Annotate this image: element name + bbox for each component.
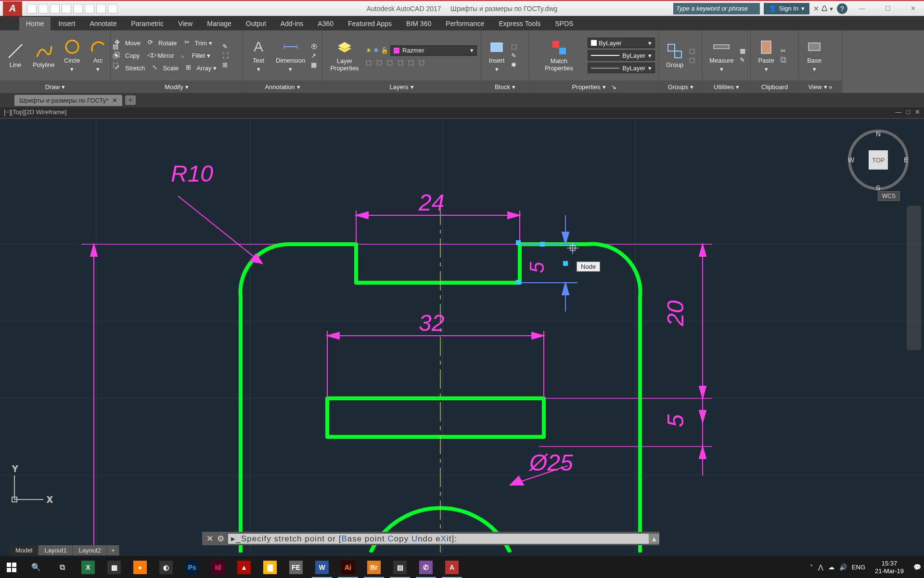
ann-icon[interactable]: ⦿ bbox=[311, 43, 317, 50]
scale-button[interactable]: Scale bbox=[163, 65, 179, 72]
arc-button[interactable]: Arc▾ bbox=[87, 37, 110, 74]
tray-volume-icon[interactable]: 🔊 bbox=[839, 564, 847, 571]
array-button[interactable]: Array bbox=[196, 65, 211, 72]
taskbar-app[interactable]: Id bbox=[205, 556, 231, 578]
move-button[interactable]: Move bbox=[125, 39, 141, 47]
polyline-button[interactable]: Polyline bbox=[30, 41, 58, 69]
lineweight-dropdown[interactable]: ByLayer▾ bbox=[588, 50, 655, 61]
sign-in-button[interactable]: 👤 Sign In ▾ bbox=[764, 3, 809, 14]
taskbar-app[interactable]: A bbox=[439, 556, 465, 578]
layer-tool-icon[interactable]: ⬚ bbox=[398, 59, 403, 66]
tab-parametric[interactable]: Parametric bbox=[124, 17, 170, 30]
layer-tool-icon[interactable]: ⬚ bbox=[419, 59, 424, 66]
layout-tab-1[interactable]: Layout1 bbox=[38, 545, 73, 555]
layer-properties-button[interactable]: Layer Properties bbox=[326, 38, 363, 73]
mod-icon[interactable]: ✎ bbox=[222, 43, 229, 50]
tab-bim360[interactable]: BIM 360 bbox=[399, 17, 438, 30]
layer-tool-icon[interactable]: ⬚ bbox=[408, 59, 414, 66]
measure-button[interactable]: Measure▾ bbox=[706, 37, 737, 74]
copy-button[interactable]: Copy bbox=[125, 52, 140, 59]
tab-output[interactable]: Output bbox=[239, 17, 273, 30]
taskbar-app[interactable]: ● bbox=[127, 556, 153, 578]
insert-button[interactable]: Insert▾ bbox=[485, 37, 508, 74]
document-tab[interactable]: Шрифты и размеры по ГОСТу*✕ bbox=[14, 95, 122, 106]
mod-icon[interactable]: ⛶ bbox=[222, 52, 229, 59]
fillet-button[interactable]: Fillet bbox=[192, 52, 205, 59]
taskbar-app[interactable]: Br bbox=[361, 556, 387, 578]
tab-view[interactable]: View bbox=[171, 17, 199, 30]
vp-close-icon[interactable]: ✕ bbox=[915, 108, 920, 117]
layer-dropdown[interactable]: Razmer▾ bbox=[390, 45, 477, 56]
qat-btn[interactable] bbox=[27, 4, 37, 13]
tab-featured[interactable]: Featured Apps bbox=[341, 17, 398, 30]
copy-icon[interactable]: ⿻ bbox=[781, 56, 787, 64]
base-button[interactable]: Base▾ bbox=[803, 37, 826, 74]
tab-express[interactable]: Express Tools bbox=[492, 17, 547, 30]
taskbar-app[interactable]: X bbox=[75, 556, 101, 578]
nav-bar[interactable] bbox=[907, 206, 921, 350]
tab-home[interactable]: Home bbox=[19, 17, 51, 30]
help-icon[interactable]: ? bbox=[837, 3, 847, 14]
layer-tool-icon[interactable]: ⬚ bbox=[387, 59, 393, 66]
qat-btn[interactable] bbox=[38, 4, 48, 13]
taskbar-app[interactable]: W bbox=[309, 556, 335, 578]
grp-icon[interactable]: ⬚ bbox=[689, 56, 695, 64]
cut-icon[interactable]: ✂ bbox=[781, 47, 787, 54]
stretch-button[interactable]: Stretch bbox=[125, 65, 145, 72]
layer-tool-icon[interactable]: ⬚ bbox=[366, 59, 372, 66]
command-line[interactable]: ✕⚙ ▸⎯Specify stretch point or [Base poin… bbox=[202, 532, 659, 545]
tray-cloud-icon[interactable]: ☁ bbox=[828, 564, 834, 571]
block-icon[interactable]: ✱ bbox=[511, 61, 517, 68]
tab-a360[interactable]: A360 bbox=[311, 17, 340, 30]
taskbar-app[interactable]: ◐ bbox=[153, 556, 179, 578]
cmd-close-icon[interactable]: ✕ bbox=[205, 534, 215, 544]
notifications-icon[interactable]: 💬 bbox=[913, 564, 921, 571]
viewcube[interactable]: N S W E TOP bbox=[847, 129, 910, 191]
app-logo[interactable]: A bbox=[3, 1, 22, 16]
layout-tab-model[interactable]: Model bbox=[10, 545, 38, 555]
layer-tool-icon[interactable]: ⬚ bbox=[376, 59, 382, 66]
vp-min-icon[interactable]: — bbox=[895, 108, 901, 117]
linetype-dropdown[interactable]: ByLayer▾ bbox=[588, 63, 655, 73]
taskbar-app[interactable]: ▦ bbox=[101, 556, 127, 578]
qat-btn[interactable] bbox=[50, 4, 60, 13]
taskview-button[interactable]: ⧉ bbox=[49, 556, 75, 578]
close-button[interactable]: ✕ bbox=[902, 2, 924, 14]
leader-icon[interactable]: ↗ bbox=[311, 52, 317, 59]
block-icon[interactable]: ✎ bbox=[511, 52, 517, 59]
drawing-canvas[interactable]: 24 32 R10 20 5 bbox=[0, 119, 924, 556]
taskbar-app[interactable]: FE bbox=[283, 556, 309, 578]
minimize-button[interactable]: — bbox=[851, 2, 873, 14]
trim-button[interactable]: Trim bbox=[195, 39, 207, 47]
match-properties-button[interactable]: Match Properties bbox=[533, 38, 585, 73]
add-layout-button[interactable]: + bbox=[107, 545, 119, 555]
taskbar-app[interactable]: Ps bbox=[179, 556, 205, 578]
cmd-opts-icon[interactable]: ⚙ bbox=[216, 534, 225, 544]
layer-icon[interactable]: ☀ bbox=[366, 47, 372, 54]
mirror-button[interactable]: Mirror bbox=[158, 52, 174, 59]
tab-addins[interactable]: Add-ins bbox=[274, 17, 310, 30]
taskbar-app[interactable]: ▤ bbox=[387, 556, 413, 578]
rotate-button[interactable]: Rotate bbox=[158, 39, 177, 47]
taskbar-app[interactable]: ▲ bbox=[231, 556, 257, 578]
layer-icon[interactable]: ❄ bbox=[373, 47, 379, 54]
group-button[interactable]: Group bbox=[663, 41, 686, 69]
util-icon[interactable]: ▦ bbox=[740, 47, 745, 54]
tab-spds[interactable]: SPDS bbox=[548, 17, 580, 30]
layout-tab-2[interactable]: Layout2 bbox=[73, 545, 107, 555]
line-button[interactable]: Line bbox=[4, 41, 27, 69]
tab-annotate[interactable]: Annotate bbox=[83, 17, 123, 30]
tray-icon[interactable]: ⋀ bbox=[818, 564, 823, 571]
util-icon[interactable]: ✎ bbox=[740, 56, 745, 64]
text-button[interactable]: AText▾ bbox=[247, 37, 270, 74]
close-tab-icon[interactable]: ✕ bbox=[112, 97, 117, 104]
qat-btn[interactable] bbox=[85, 4, 94, 13]
circle-button[interactable]: Circle▾ bbox=[61, 37, 84, 74]
color-dropdown[interactable]: ByLayer▾ bbox=[588, 38, 655, 48]
new-tab-button[interactable]: + bbox=[125, 95, 136, 105]
grp-icon[interactable]: ⬚ bbox=[689, 47, 695, 54]
search-input[interactable]: Type a keyword or phrase bbox=[673, 3, 760, 14]
vp-max-icon[interactable]: □ bbox=[906, 108, 910, 117]
clock[interactable]: 15:3721-Mar-19 bbox=[870, 560, 909, 575]
paste-button[interactable]: Paste▾ bbox=[755, 37, 778, 74]
